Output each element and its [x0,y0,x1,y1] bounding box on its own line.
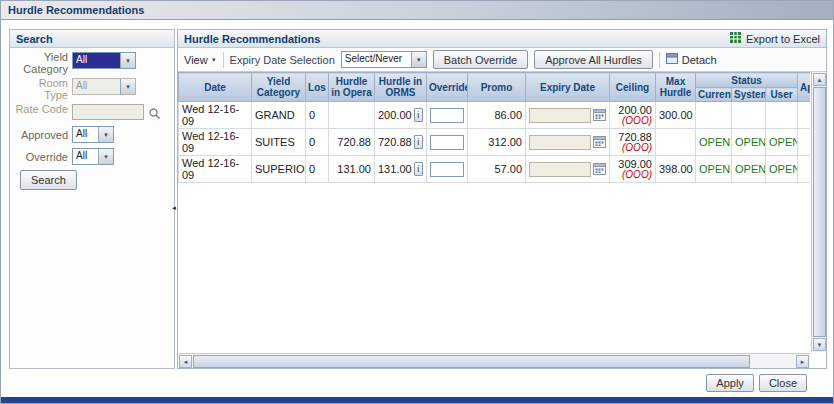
expiry-date-input[interactable] [529,135,591,150]
hurdle-recommendations-panel: Hurdle Recommendations Export to Excel V… [177,29,827,369]
calendar-icon[interactable] [593,135,606,150]
col-header-status-current[interactable]: Current [696,88,732,102]
vertical-scrollbar-thumb[interactable] [813,87,826,337]
detach-button[interactable]: Detach [666,53,717,66]
dialog-footer: Apply Close [706,374,807,392]
ceiling-ooo-note: (OOO) [613,170,652,180]
col-header-los[interactable]: Los [306,73,329,102]
chevron-down-icon[interactable]: ▼ [120,53,135,68]
cell-approved-cutoff [798,156,810,183]
search-lookup-icon[interactable] [148,106,161,124]
orms-info-button[interactable]: i [414,135,423,149]
col-header-max-hurdle[interactable]: Max Hurdle [656,73,696,102]
col-header-expiry-date[interactable]: Expiry Date [526,73,610,102]
override-label: Override [12,151,68,163]
col-header-status-user[interactable]: User [766,88,798,102]
chevron-down-icon[interactable]: ▼ [411,52,426,67]
calendar-icon[interactable] [593,162,606,177]
chevron-down-icon[interactable]: ▼ [98,149,113,164]
apply-button[interactable]: Apply [706,374,754,392]
expiry-date-selection-select[interactable]: Select/Never ▼ [341,51,427,68]
app-window: Hurdle Recommendations Search Yield Cate… [0,0,834,404]
col-header-status-system[interactable]: System [732,88,766,102]
export-to-excel-label: Export to Excel [746,33,820,45]
cell-hurdle-in-opera: 720.88 [329,129,375,156]
col-header-override[interactable]: Override [427,73,468,102]
cell-max-hurdle: 300.00 [656,102,696,129]
approved-select[interactable]: All ▼ [72,126,114,143]
yield-category-label: Yield Category [12,51,68,75]
cell-date: Wed 12-16-09 [179,102,252,129]
cell-expiry-date [526,129,610,156]
cell-los: 0 [306,156,329,183]
cell-status-current: OPEN [696,156,732,183]
table-row[interactable]: Wed 12-16-09 SUPERIOR 0 131.00 131.00 i [179,156,811,183]
expiry-date-input[interactable] [529,162,591,177]
scroll-right-icon[interactable]: ► [796,355,809,368]
batch-override-button[interactable]: Batch Override [433,50,528,69]
override-input[interactable] [430,108,464,123]
expiry-date-selection-value: Select/Never [342,52,411,67]
vertical-scrollbar[interactable]: ▲ ▼ [811,72,826,352]
table-row[interactable]: Wed 12-16-09 GRAND 0 200.00 i [179,102,811,129]
col-header-date[interactable]: Date [179,73,252,102]
cell-status-user: OPEN [766,156,798,183]
cell-status-current: OPEN [696,129,732,156]
orms-info-button[interactable]: i [414,108,423,122]
cell-hurdle-in-orms: 720.88 i [375,129,427,156]
cell-date: Wed 12-16-09 [179,129,252,156]
cell-expiry-date [526,156,610,183]
override-select[interactable]: All ▼ [72,148,114,165]
view-menu-label: View [184,54,208,66]
cell-yield-category: GRAND [252,102,306,129]
override-input[interactable] [430,162,464,177]
window-titlebar: Hurdle Recommendations [1,1,833,20]
detach-label: Detach [682,54,717,66]
search-panel-title: Search [16,33,53,45]
orms-value: 131.00 [378,163,412,175]
cell-override [427,129,468,156]
col-header-promo[interactable]: Promo [468,73,526,102]
col-header-approved-cutoff[interactable]: Ap [798,73,810,102]
cell-promo: 312.00 [468,129,526,156]
yield-category-select[interactable]: All ▼ [72,52,136,69]
view-menu-button[interactable]: View ▼ [184,54,217,66]
override-value: All [73,149,98,164]
cell-override [427,156,468,183]
approve-all-hurdles-button[interactable]: Approve All Hurdles [534,50,653,69]
cell-status-user: OPEN [766,129,798,156]
scroll-down-icon[interactable]: ▼ [813,338,826,351]
table-row[interactable]: Wed 12-16-09 SUITES 0 720.88 720.88 i [179,129,811,156]
cell-status-current [696,102,732,129]
cell-status-system [732,102,766,129]
main-panel-title: Hurdle Recommendations [184,33,320,45]
col-header-ceiling[interactable]: Ceiling [610,73,656,102]
rate-code-input[interactable] [72,104,144,120]
orms-info-button[interactable]: i [414,162,423,176]
chevron-down-icon[interactable]: ▼ [120,79,135,94]
expiry-date-input[interactable] [529,108,591,123]
ceiling-ooo-note: (OOO) [613,116,652,126]
cell-ceiling: 200.00 (OOO) [610,102,656,129]
col-header-yield-category[interactable]: Yield Category [252,73,306,102]
horizontal-scrollbar-thumb[interactable] [193,355,750,368]
col-header-hurdle-in-orms[interactable]: Hurdle in ORMS [375,73,427,102]
hurdle-table: Date Yield Category Los Hurdle in Opera … [178,72,810,183]
cell-promo: 57.00 [468,156,526,183]
calendar-icon[interactable] [593,108,606,123]
override-input[interactable] [430,135,464,150]
chevron-down-icon[interactable]: ▼ [98,127,113,142]
horizontal-scrollbar[interactable]: ◄ ► [178,353,810,368]
col-header-hurdle-in-opera[interactable]: Hurdle in Opera [329,73,375,102]
window-bottom-bar [1,397,833,403]
search-panel-header: Search [10,30,174,48]
room-type-select[interactable]: All ▼ [72,78,136,95]
cell-expiry-date [526,102,610,129]
export-to-excel-button[interactable]: Export to Excel [729,31,820,46]
close-button[interactable]: Close [759,374,807,392]
cell-hurdle-in-opera: 131.00 [329,156,375,183]
scroll-left-icon[interactable]: ◄ [179,355,192,368]
cell-status-system: OPEN [732,129,766,156]
scroll-up-icon[interactable]: ▲ [813,73,826,86]
search-button[interactable]: Search [20,170,77,190]
